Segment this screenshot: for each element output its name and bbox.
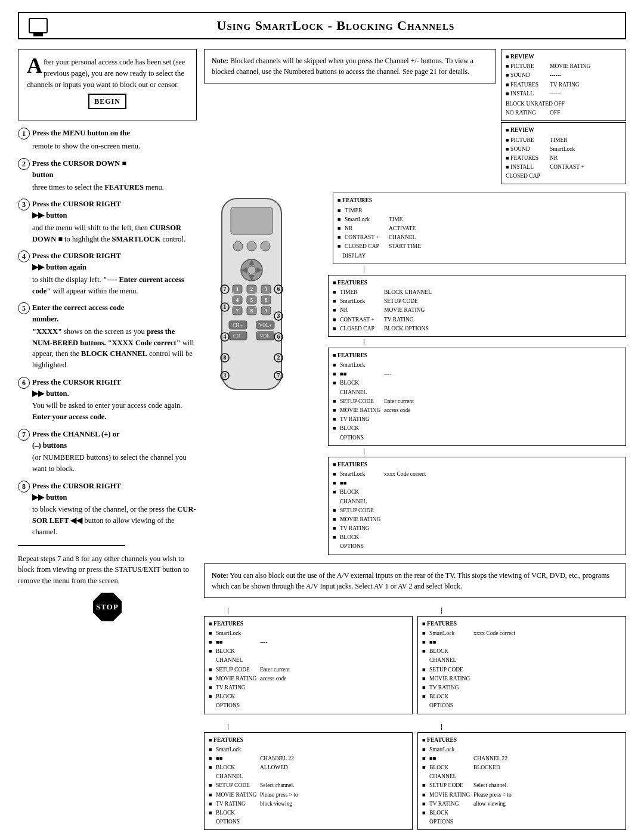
step-8-num: 8 — [18, 481, 30, 493]
step-5-body: "XXXX" shows on the screen as you press … — [18, 326, 197, 371]
screen-panel-5: ■ FEATURES ■SmartLock ■■■---- ■BLOCK CHA… — [328, 348, 626, 446]
intro-box: A fter your personal access code has bee… — [18, 49, 197, 120]
step-3-num: 3 — [18, 199, 30, 210]
step-5: 5 Enter the correct access codenumber. "… — [18, 302, 197, 371]
step-4: 4 Press the CURSOR RIGHT▶▶ button again … — [18, 250, 197, 296]
step-8-header: Press the CURSOR RIGHT▶▶ button — [32, 481, 121, 503]
svg-text:4: 4 — [224, 333, 227, 340]
remote-svg: 1 2 3 4 5 6 7 8 — [204, 193, 299, 431]
note-top: Note: Blocked channels will be skipped w… — [204, 49, 496, 83]
step-7-num: 7 — [18, 429, 30, 441]
note-top-text: Blocked channels will be skipped when yo… — [212, 57, 473, 76]
divider — [18, 545, 125, 546]
svg-point-3 — [247, 241, 256, 251]
step-7-header: Press the CHANNEL (+) or(–) buttons — [32, 429, 119, 451]
step-6-body: You will be asked to enter your access c… — [18, 400, 197, 423]
svg-point-10 — [247, 266, 256, 274]
note-bottom-label: Note: — [212, 571, 228, 580]
svg-point-4 — [261, 241, 270, 251]
step-2-num: 2 — [18, 158, 30, 170]
intro-text: fter your personal access code has been … — [27, 58, 185, 89]
step-8-body: to block viewing of the channel, or the … — [18, 504, 197, 537]
svg-text:CH +: CH + — [233, 323, 243, 328]
svg-point-2 — [233, 241, 243, 251]
svg-text:VOL-: VOL- — [259, 333, 271, 339]
svg-text:1: 1 — [224, 304, 227, 310]
screen-panel-6: ■ FEATURES ■SmartLockxxxx Code correct ■… — [328, 457, 626, 555]
step-3-header: Press the CURSOR RIGHT▶▶ button — [32, 199, 121, 221]
step-2-body: three times to select the FEATURES menu. — [18, 182, 197, 193]
stop-label: STOP — [96, 602, 119, 612]
step-1-body: remote to show the on-screen menu. — [18, 141, 197, 152]
svg-text:9: 9 — [265, 308, 268, 314]
svg-text:7: 7 — [224, 286, 227, 292]
svg-text:6: 6 — [277, 333, 280, 340]
tv-icon — [29, 18, 48, 33]
step-2: 2 Press the CURSOR DOWN ■button three ti… — [18, 158, 197, 193]
step-5-num: 5 — [18, 302, 30, 314]
svg-text:8: 8 — [224, 354, 227, 361]
begin-badge: BEGIN — [88, 94, 126, 109]
step-4-body: to shift the display left. "---- Enter c… — [18, 274, 197, 297]
step-7: 7 Press the CHANNEL (+) or(–) buttons (o… — [18, 429, 197, 475]
page-wrapper: Using SmartLock - Blocking Channels A ft… — [0, 0, 644, 833]
step-8: 8 Press the CURSOR RIGHT▶▶ button to blo… — [18, 481, 197, 538]
screen-panel-7b: ■ FEATURES ■SmartLockxxxx Code correct ■… — [417, 616, 626, 714]
svg-text:7: 7 — [277, 372, 280, 379]
step-7-body: (or NUMBERED buttons) to select the chan… — [18, 452, 197, 475]
svg-text:7: 7 — [236, 308, 239, 314]
svg-text:3: 3 — [277, 312, 280, 319]
screen-panel-3: ■ FEATURES ■TIMER ■SmartLockTIME ■NRACTI… — [333, 193, 626, 264]
svg-text:VOL+: VOL+ — [259, 323, 272, 328]
main-content: A fter your personal access code has bee… — [18, 49, 626, 830]
svg-text:3: 3 — [265, 286, 268, 292]
screen-panel-4: ■ FEATURES ■TIMERBLOCK CHANNEL ■SmartLoc… — [328, 275, 626, 337]
footer-text: Repeat steps 7 and 8 for any other chann… — [18, 553, 197, 587]
svg-text:3: 3 — [224, 372, 227, 379]
svg-text:2: 2 — [277, 354, 280, 361]
stop-badge: STOP — [18, 593, 197, 621]
svg-text:1: 1 — [236, 286, 239, 292]
page-title: Using SmartLock - Blocking Channels — [56, 18, 615, 33]
svg-text:8: 8 — [250, 308, 253, 314]
svg-text:5: 5 — [250, 297, 253, 303]
step-1: 1 Press the MENU button on the remote to… — [18, 128, 197, 152]
step-6-header: Press the CURSOR RIGHT▶▶ button. — [32, 377, 121, 400]
screen-panel-2: ■ REVIEW ■ PICTURETIMER ■ SOUNDSmartLock… — [501, 122, 626, 184]
svg-text:2: 2 — [250, 286, 253, 292]
screen-panel-7a: ■ FEATURES ■SmartLock ■■■---- ■BLOCK CHA… — [204, 616, 413, 714]
step-5-header: Enter the correct access codenumber. — [32, 302, 124, 325]
screen-panel-8b: ■ FEATURES ■SmartLock ■■■CHANNEL 22 ■BLO… — [417, 732, 626, 831]
step-4-header: Press the CURSOR RIGHT▶▶ button again — [32, 250, 121, 273]
step-1-num: 1 — [18, 128, 30, 140]
left-column: A fter your personal access code has bee… — [18, 49, 197, 830]
step-2-header: Press the CURSOR DOWN ■button — [32, 158, 126, 181]
svg-text:CH -: CH - — [233, 333, 243, 339]
svg-text:6: 6 — [265, 297, 268, 303]
svg-text:4: 4 — [236, 297, 239, 303]
intro-letter: A — [27, 57, 42, 75]
svg-text:6: 6 — [277, 286, 280, 292]
note-bottom-text: You can also block out the use of the A/… — [212, 571, 609, 590]
stop-octagon: STOP — [93, 593, 122, 621]
screen-panel-8a: ■ FEATURES ■SmartLock ■■■CHANNEL 22 ■BLO… — [204, 732, 413, 831]
step-3: 3 Press the CURSOR RIGHT▶▶ button and th… — [18, 199, 197, 244]
step-3-body: and the menu will shift to the left, the… — [18, 222, 197, 245]
svg-rect-1 — [231, 208, 273, 234]
step-1-header: Press the MENU button on the — [32, 128, 130, 139]
step-6-num: 6 — [18, 377, 30, 389]
step-4-num: 4 — [18, 250, 30, 262]
remote-illustration: 1 2 3 4 5 6 7 8 — [204, 193, 323, 433]
title-bar: Using SmartLock - Blocking Channels — [18, 12, 626, 39]
note-bottom: Note: You can also block out the use of … — [204, 563, 626, 598]
screen-panel-1: ■ REVIEW ■ PICTUREMOVIE RATING ■ SOUND--… — [501, 49, 626, 121]
right-area: Note: Blocked channels will be skipped w… — [204, 49, 626, 830]
step-6: 6 Press the CURSOR RIGHT▶▶ button. You w… — [18, 377, 197, 423]
note-top-label: Note: — [212, 57, 228, 65]
